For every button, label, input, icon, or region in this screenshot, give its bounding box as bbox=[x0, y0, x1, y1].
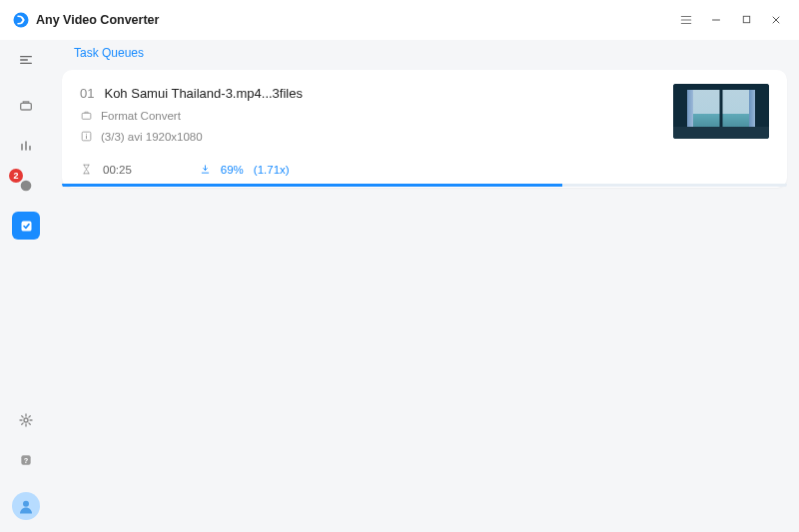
task-type-label: Format Convert bbox=[101, 110, 181, 122]
sidebar-item-settings[interactable] bbox=[12, 406, 40, 434]
sidebar: 2 ? bbox=[0, 40, 52, 532]
avatar[interactable] bbox=[12, 492, 40, 520]
info-icon bbox=[80, 130, 93, 143]
progress-bar bbox=[62, 184, 787, 188]
sidebar-item-help[interactable]: ? bbox=[12, 446, 40, 474]
progress-bar-fill bbox=[62, 184, 562, 187]
tab-task-queues[interactable]: Task Queues bbox=[62, 40, 156, 66]
svg-rect-2 bbox=[21, 103, 32, 110]
svg-point-3 bbox=[21, 181, 32, 192]
minimize-button[interactable] bbox=[701, 5, 731, 35]
sidebar-item-analytics[interactable] bbox=[12, 132, 40, 160]
app-logo-icon bbox=[12, 11, 30, 29]
task-percent: 69% bbox=[221, 164, 244, 176]
task-filename: Koh Samui Thailand-3.mp4...3files bbox=[104, 86, 302, 101]
content: Task Queues 01 Koh Samui Thailand-3.mp4.… bbox=[52, 40, 799, 532]
svg-rect-9 bbox=[82, 113, 91, 119]
sidebar-item-downloads[interactable]: 2 bbox=[12, 172, 40, 200]
downloads-badge: 2 bbox=[9, 169, 23, 183]
titlebar: Any Video Converter bbox=[0, 0, 799, 40]
sidebar-item-task-queue[interactable] bbox=[12, 212, 40, 240]
svg-point-8 bbox=[23, 501, 29, 507]
close-button[interactable] bbox=[761, 5, 791, 35]
task-elapsed: 00:25 bbox=[103, 164, 132, 176]
task-card: 01 Koh Samui Thailand-3.mp4...3files For… bbox=[62, 70, 787, 188]
app-title: Any Video Converter bbox=[36, 13, 159, 27]
download-icon bbox=[200, 164, 211, 175]
task-speed: (1.71x) bbox=[254, 164, 290, 176]
menu-icon[interactable] bbox=[671, 5, 701, 35]
sidebar-toggle-icon[interactable] bbox=[12, 46, 40, 74]
svg-point-0 bbox=[14, 12, 29, 27]
sidebar-item-convert[interactable] bbox=[12, 92, 40, 120]
svg-rect-1 bbox=[743, 16, 749, 22]
task-info-label: (3/3) avi 1920x1080 bbox=[101, 131, 203, 143]
task-index: 01 bbox=[80, 86, 94, 101]
maximize-button[interactable] bbox=[731, 5, 761, 35]
svg-point-5 bbox=[24, 418, 28, 422]
task-thumbnail bbox=[673, 84, 769, 139]
svg-text:?: ? bbox=[24, 456, 29, 465]
hourglass-icon bbox=[80, 163, 93, 176]
briefcase-icon bbox=[80, 109, 93, 122]
